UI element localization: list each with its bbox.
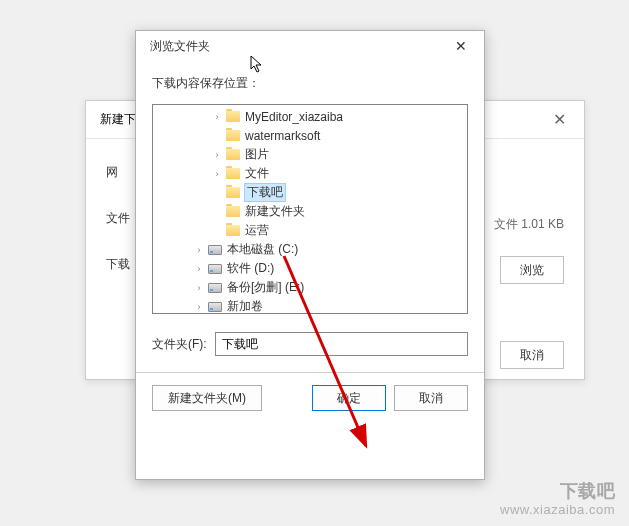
cancel-button[interactable]: 取消	[394, 385, 468, 411]
folder-icon	[225, 167, 241, 181]
chevron-right-icon[interactable]: ›	[193, 283, 205, 293]
ok-button[interactable]: 确定	[312, 385, 386, 411]
folder-icon	[225, 110, 241, 124]
folder-label: 文件夹(F):	[152, 336, 207, 353]
tree-item-label: 图片	[245, 146, 269, 163]
folder-field: 文件夹(F):	[152, 332, 468, 356]
tree-item-label: 备份[勿删] (E:)	[227, 279, 304, 296]
tree-item-label: 新建文件夹	[245, 203, 305, 220]
chevron-right-icon[interactable]: ›	[193, 245, 205, 255]
folder-input[interactable]	[215, 332, 468, 356]
tree-item[interactable]: 运营	[153, 221, 467, 240]
chevron-right-icon[interactable]: ›	[211, 112, 223, 122]
new-folder-button[interactable]: 新建文件夹(M)	[152, 385, 262, 411]
browse-button[interactable]: 浏览	[500, 256, 564, 284]
tree-item[interactable]: 下载吧	[153, 183, 467, 202]
watermark-url: www.xiazaiba.com	[500, 502, 615, 518]
chevron-right-icon[interactable]: ›	[211, 150, 223, 160]
cancel-button[interactable]: 取消	[500, 341, 564, 369]
drive-icon	[207, 281, 223, 295]
drive-icon	[207, 243, 223, 257]
tree-item-label: 本地磁盘 (C:)	[227, 241, 298, 258]
close-icon[interactable]: ✕	[544, 105, 574, 135]
drive-icon	[207, 262, 223, 276]
tree-item-label: MyEditor_xiazaiba	[245, 110, 343, 124]
dialog-title: 浏览文件夹	[150, 38, 210, 55]
chevron-right-icon[interactable]: ›	[211, 169, 223, 179]
folder-icon	[225, 129, 241, 143]
browse-folder-dialog: 浏览文件夹 ✕ 下载内容保存位置： ›MyEditor_xiazaibawate…	[135, 30, 485, 480]
tree-item[interactable]: ›备份[勿删] (E:)	[153, 278, 467, 297]
folder-icon	[225, 224, 241, 238]
tree-item[interactable]: ›MyEditor_xiazaiba	[153, 107, 467, 126]
chevron-right-icon[interactable]: ›	[193, 264, 205, 274]
watermark-brand: 下载吧	[500, 481, 615, 503]
drive-icon	[207, 300, 223, 314]
tree-item[interactable]: ›新加卷	[153, 297, 467, 314]
chevron-right-icon[interactable]: ›	[193, 302, 205, 312]
tree-item-label: 软件 (D:)	[227, 260, 274, 277]
close-icon[interactable]: ✕	[444, 34, 478, 58]
tree-item-label: 下载吧	[245, 184, 285, 201]
tree-item[interactable]: ›文件	[153, 164, 467, 183]
dialog-subtitle: 下载内容保存位置：	[136, 61, 484, 104]
folder-icon	[225, 186, 241, 200]
tree-item[interactable]: ›软件 (D:)	[153, 259, 467, 278]
folder-icon	[225, 148, 241, 162]
folder-icon	[225, 205, 241, 219]
tree-item[interactable]: ›本地磁盘 (C:)	[153, 240, 467, 259]
titlebar: 浏览文件夹 ✕	[136, 31, 484, 61]
tree-item-label: 文件	[245, 165, 269, 182]
folder-tree[interactable]: ›MyEditor_xiazaibawatermarksoft›图片›文件下载吧…	[152, 104, 468, 314]
tree-item-label: 运营	[245, 222, 269, 239]
tree-item[interactable]: 新建文件夹	[153, 202, 467, 221]
bg-filesize: 文件 1.01 KB	[494, 216, 564, 233]
tree-item-label: watermarksoft	[245, 129, 320, 143]
tree-item[interactable]: watermarksoft	[153, 126, 467, 145]
bg-title: 新建下	[100, 111, 136, 128]
tree-item[interactable]: ›图片	[153, 145, 467, 164]
tree-item-label: 新加卷	[227, 298, 263, 314]
button-row: 新建文件夹(M) 确定 取消	[136, 373, 484, 423]
watermark: 下载吧 www.xiazaiba.com	[500, 481, 615, 518]
